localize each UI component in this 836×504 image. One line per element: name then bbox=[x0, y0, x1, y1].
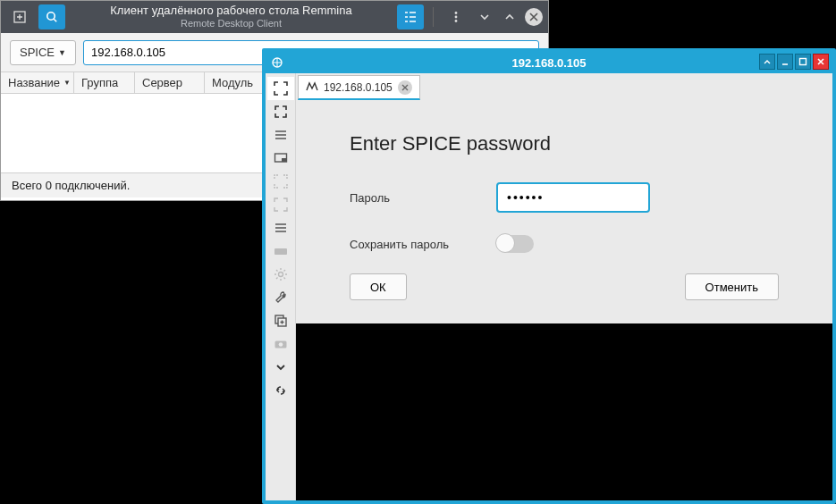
svg-point-14 bbox=[278, 342, 283, 347]
maximize-button[interactable] bbox=[795, 54, 811, 70]
save-password-label: Сохранить пароль bbox=[350, 238, 496, 251]
dialog-heading: Enter SPICE password bbox=[350, 132, 779, 155]
chevron-up-icon[interactable] bbox=[500, 7, 519, 27]
separator bbox=[433, 7, 434, 27]
app-icon bbox=[269, 55, 285, 71]
lines-2-icon[interactable] bbox=[267, 216, 294, 239]
connection-window: 192.168.0.105 bbox=[262, 48, 836, 504]
cancel-button[interactable]: Отменить bbox=[685, 273, 779, 300]
svg-point-4 bbox=[455, 20, 458, 22]
ok-button[interactable]: ОК bbox=[350, 273, 407, 300]
svg-rect-13 bbox=[274, 341, 286, 349]
wrench-icon[interactable] bbox=[267, 286, 294, 309]
svg-point-5 bbox=[273, 58, 282, 67]
password-input[interactable] bbox=[496, 182, 650, 213]
sort-icon: ▼ bbox=[63, 79, 71, 87]
disconnect-icon[interactable] bbox=[267, 379, 294, 402]
screen-icon[interactable] bbox=[267, 147, 294, 170]
tab-close-button[interactable] bbox=[398, 80, 412, 95]
password-dialog: Enter SPICE password Пароль Сохранить па… bbox=[296, 100, 832, 323]
svg-point-10 bbox=[278, 273, 283, 277]
col-group[interactable]: Группа bbox=[74, 72, 135, 93]
svg-point-2 bbox=[455, 12, 458, 14]
chevron-down-icon[interactable] bbox=[475, 7, 494, 27]
main-titlebar: Клиент удалённого рабочего стола Remmina… bbox=[1, 1, 548, 33]
svg-rect-12 bbox=[278, 318, 286, 326]
protocol-label: SPICE bbox=[20, 46, 55, 59]
switch-knob bbox=[495, 233, 515, 253]
svg-rect-8 bbox=[282, 158, 286, 162]
connection-icon bbox=[306, 80, 318, 94]
camera-icon bbox=[267, 332, 294, 356]
svg-rect-0 bbox=[14, 12, 25, 22]
menu-button[interactable] bbox=[443, 4, 469, 29]
tab-label: 192.168.0.105 bbox=[324, 81, 393, 94]
tab-strip: 192.168.0.105 bbox=[296, 73, 832, 100]
svg-point-3 bbox=[455, 16, 458, 19]
keyboard-icon bbox=[267, 239, 294, 263]
col-server[interactable]: Сервер bbox=[135, 72, 205, 93]
svg-rect-11 bbox=[275, 315, 283, 323]
password-label: Пароль bbox=[350, 191, 496, 205]
search-button[interactable] bbox=[38, 4, 65, 29]
col-server-label: Сервер bbox=[142, 76, 182, 89]
status-text: Всего 0 подключений. bbox=[12, 179, 130, 192]
minimize-button[interactable] bbox=[777, 54, 793, 70]
scale-2-icon bbox=[267, 193, 294, 216]
lines-1-icon[interactable] bbox=[267, 123, 294, 147]
close-button[interactable] bbox=[813, 54, 829, 70]
tab-connection[interactable]: 192.168.0.105 bbox=[298, 75, 420, 100]
main-subtitle: Remote Desktop Client bbox=[71, 18, 392, 29]
dropdown-icon: ▼ bbox=[58, 48, 66, 57]
fullscreen-corners-icon[interactable] bbox=[267, 77, 294, 100]
conn-title: 192.168.0.105 bbox=[266, 56, 832, 70]
expand-icon[interactable] bbox=[267, 100, 294, 123]
conn-titlebar[interactable]: 192.168.0.105 bbox=[266, 52, 832, 73]
duplicate-icon[interactable] bbox=[267, 309, 294, 332]
protocol-selector[interactable]: SPICE ▼ bbox=[10, 40, 76, 65]
svg-rect-6 bbox=[800, 59, 806, 65]
col-name[interactable]: Название▼ bbox=[1, 72, 74, 93]
roll-up-button[interactable] bbox=[759, 54, 775, 70]
main-title: Клиент удалённого рабочего стола Remmina bbox=[71, 4, 392, 18]
remote-display-area[interactable] bbox=[296, 323, 832, 500]
view-mode-button[interactable] bbox=[397, 4, 424, 29]
conn-sidebar bbox=[266, 73, 296, 500]
close-button[interactable] bbox=[525, 8, 543, 26]
svg-rect-9 bbox=[274, 248, 287, 255]
col-module-label: Модуль bbox=[212, 76, 253, 89]
gear-icon bbox=[267, 263, 294, 286]
svg-rect-7 bbox=[274, 154, 286, 162]
chevron-down-icon[interactable] bbox=[267, 356, 294, 379]
col-group-label: Группа bbox=[81, 76, 118, 89]
svg-point-1 bbox=[47, 13, 55, 20]
new-conn-button[interactable] bbox=[6, 4, 33, 29]
scale-1-icon bbox=[267, 170, 294, 193]
save-password-toggle[interactable] bbox=[496, 235, 534, 253]
col-name-label: Название bbox=[8, 76, 60, 89]
